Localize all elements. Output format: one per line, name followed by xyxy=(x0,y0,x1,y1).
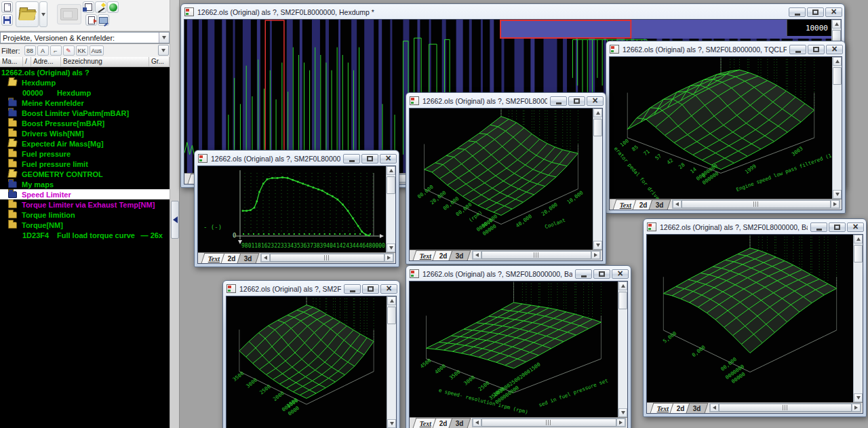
tab-3d[interactable]: 3d xyxy=(649,199,671,210)
tree-item[interactable]: Boost Pressure[mBAR] xyxy=(0,118,170,128)
scrollbar-thumb[interactable] xyxy=(593,119,602,136)
scroll-up-button[interactable] xyxy=(387,166,395,175)
tree-item[interactable]: Drivers Wish[NM] xyxy=(0,128,170,138)
maximize-button[interactable] xyxy=(829,222,846,232)
scrollbar-thumb[interactable] xyxy=(833,67,842,85)
scroll-up-button[interactable] xyxy=(593,109,602,117)
column-header[interactable]: Adre... xyxy=(31,57,61,66)
tree-item[interactable]: Expected Air Mass[Mg] xyxy=(0,138,170,149)
horizontal-scrollbar[interactable] xyxy=(709,403,861,412)
scroll-left-button[interactable] xyxy=(261,254,270,262)
window-map-5[interactable]: 12662.ols (Original) als ?, SM2F0L800000… xyxy=(222,280,400,428)
new-file-button[interactable] xyxy=(1,1,13,13)
scrollbar-thumb[interactable] xyxy=(270,254,384,262)
scroll-up-button[interactable] xyxy=(832,20,841,28)
scrollbar-thumb[interactable] xyxy=(387,307,396,324)
tree-item[interactable]: Torque Limiter via Exhaust Temp[NM] xyxy=(0,199,170,210)
properties-button[interactable] xyxy=(98,14,109,26)
tab-3d[interactable]: 3d xyxy=(449,418,471,428)
scrollbar-thumb[interactable] xyxy=(481,251,591,259)
combo-dropdown-button[interactable] xyxy=(159,33,169,43)
minimize-button[interactable] xyxy=(789,45,806,54)
scroll-left-button[interactable] xyxy=(673,200,682,208)
map-3d-view[interactable]: 450040003500300025002000sed in fuel pres… xyxy=(410,281,618,417)
minimize-button[interactable] xyxy=(343,154,360,163)
vertical-scrollbar[interactable] xyxy=(618,281,627,417)
kk-filter-button[interactable]: KK xyxy=(76,45,88,56)
aus-filter-button[interactable]: Aus xyxy=(90,45,104,56)
curve-view[interactable]: - (-)09801181623223334353637383940414243… xyxy=(198,166,386,252)
vertical-scrollbar[interactable] xyxy=(832,57,842,199)
minimize-button[interactable] xyxy=(550,96,567,106)
tree-item[interactable]: Meine Kennfelder xyxy=(0,98,170,108)
minimize-button[interactable] xyxy=(575,269,592,279)
tree-item[interactable]: Torque[NM] xyxy=(0,220,170,230)
minimize-button[interactable] xyxy=(810,222,827,232)
maximize-button[interactable] xyxy=(568,96,585,106)
tree-item[interactable]: Fuel pressure limit xyxy=(0,159,170,169)
column-header[interactable]: / xyxy=(23,57,31,66)
close-button[interactable] xyxy=(587,96,604,106)
horizontal-scrollbar[interactable] xyxy=(472,250,601,260)
scroll-right-button[interactable] xyxy=(831,200,840,208)
maximize-button[interactable] xyxy=(362,284,379,294)
tree-item[interactable]: Fuel pressure xyxy=(0,149,170,159)
vertical-scrollbar[interactable] xyxy=(853,235,863,402)
scroll-right-button[interactable] xyxy=(384,254,393,262)
map-3d-view[interactable]: 5,0000,00000,000000000000000 xyxy=(647,235,853,402)
scroll-up-button[interactable] xyxy=(833,57,842,66)
maximize-button[interactable] xyxy=(808,45,825,54)
tree-item[interactable]: Boost Limiter ViaPatm[mBAR] xyxy=(0,108,170,118)
scroll-down-button[interactable] xyxy=(593,241,602,250)
panel-splitter[interactable] xyxy=(170,0,180,428)
pen-filter-button[interactable]: ✎ xyxy=(63,45,75,56)
scroll-left-button[interactable] xyxy=(473,419,481,427)
titlebar[interactable]: 12662.ols (Original) als ?, SM2F0L800000… xyxy=(406,266,631,280)
scrollbar-thumb[interactable] xyxy=(682,200,831,208)
scrollbar-thumb[interactable] xyxy=(481,419,616,427)
close-button[interactable] xyxy=(826,45,843,54)
close-button[interactable] xyxy=(612,269,629,279)
scroll-down-button[interactable] xyxy=(618,408,627,417)
scrollbar-thumb[interactable] xyxy=(387,176,395,194)
minimize-button[interactable] xyxy=(344,284,361,294)
scroll-down-button[interactable] xyxy=(854,393,863,402)
window-basic-air-mass[interactable]: 12662.ols (Original) als ?, SM2F0L800000… xyxy=(643,218,867,417)
column-header[interactable]: Gr... xyxy=(149,57,170,66)
close-button[interactable] xyxy=(825,7,842,17)
window-basic-fuel-pressure[interactable]: 12662.ols (Original) als ?, SM2F0L800000… xyxy=(406,265,631,428)
window-tqclfac-map[interactable]: 12662.ols (Original) als ?, SM2F0L800000… xyxy=(606,41,846,214)
titlebar[interactable]: 12662.ols (Original) als ?, SM2F0L800000… xyxy=(195,151,399,165)
wizard-button[interactable] xyxy=(95,1,106,13)
checksum-button[interactable] xyxy=(107,1,119,13)
tree-item[interactable]: Hexdump xyxy=(0,77,170,87)
project-button[interactable] xyxy=(57,4,81,24)
new-window-button[interactable] xyxy=(83,1,94,13)
scroll-right-button[interactable] xyxy=(591,251,600,259)
titlebar[interactable]: 12662.ols (Original) als ?, SM2F0L800000… xyxy=(606,41,845,56)
filter-dropdown-button[interactable] xyxy=(158,45,169,56)
scroll-up-button[interactable] xyxy=(618,281,627,290)
tree-item[interactable]: 1D23F4Full load torque curve— 26x xyxy=(0,230,170,240)
tree-item[interactable]: 00000Hexdump xyxy=(0,87,170,98)
tab-3d[interactable]: 3d xyxy=(686,403,709,413)
titlebar[interactable]: 12662.ols (Original) als ?, SM2F0L800000… xyxy=(223,281,399,295)
open-button[interactable] xyxy=(16,1,39,27)
vertical-scrollbar[interactable] xyxy=(593,109,602,250)
projects-combobox[interactable]: Projekte, Versionen & Kennfelder: xyxy=(0,32,170,43)
horizontal-scrollbar[interactable] xyxy=(472,418,626,427)
scroll-down-button[interactable] xyxy=(387,244,395,252)
hex-filter-button[interactable]: 88 xyxy=(24,45,36,56)
maximize-button[interactable] xyxy=(807,7,824,17)
vertical-scrollbar[interactable] xyxy=(386,166,395,252)
scroll-left-button[interactable] xyxy=(473,251,481,259)
horizontal-scrollbar[interactable] xyxy=(672,199,840,209)
scroll-right-button[interactable] xyxy=(852,404,861,412)
scroll-down-button[interactable] xyxy=(833,190,842,199)
scrollbar-thumb[interactable] xyxy=(618,292,627,309)
tree-item[interactable]: Torque limition xyxy=(0,210,170,220)
map-3d-view[interactable]: 350030002500200015000000000000 xyxy=(226,296,387,428)
close-button[interactable] xyxy=(380,284,397,294)
tree-item[interactable]: My maps xyxy=(0,179,170,189)
tree-item[interactable]: 12662.ols (Original) als ? xyxy=(0,67,170,77)
